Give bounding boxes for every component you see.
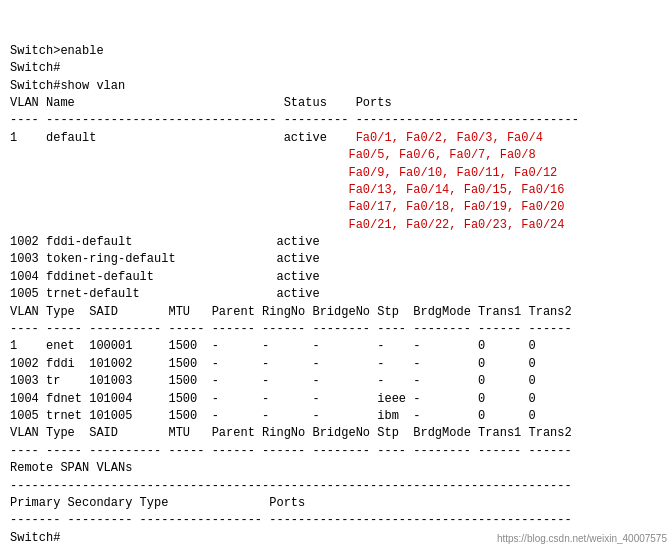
terminal-line: ---- -------------------------------- --…: [10, 112, 661, 129]
terminal-line: ---- ----- ---------- ----- ------ -----…: [10, 443, 661, 460]
terminal-line: 1004 fdnet 101004 1500 - - - ieee - 0 0: [10, 391, 661, 408]
terminal-line: ------- --------- ----------------- ----…: [10, 512, 661, 529]
terminal-line: Fa0/5, Fa0/6, Fa0/7, Fa0/8: [10, 147, 661, 164]
terminal-line: ---- ----- ---------- ----- ------ -----…: [10, 321, 661, 338]
terminal-line: Remote SPAN VLANs: [10, 460, 661, 477]
terminal-line: 1004 fddinet-default active: [10, 269, 661, 286]
terminal-line: Fa0/13, Fa0/14, Fa0/15, Fa0/16: [10, 182, 661, 199]
terminal-line: Fa0/21, Fa0/22, Fa0/23, Fa0/24: [10, 217, 661, 234]
terminal-line: VLAN Type SAID MTU Parent RingNo BridgeN…: [10, 425, 661, 442]
terminal-line: ----------------------------------------…: [10, 478, 661, 495]
terminal-line: 1005 trnet-default active: [10, 286, 661, 303]
terminal-line: 1005 trnet 101005 1500 - - - ibm - 0 0: [10, 408, 661, 425]
terminal-line: VLAN Name Status Ports: [10, 95, 661, 112]
terminal-line: Switch#show vlan: [10, 78, 661, 95]
terminal-line: Fa0/9, Fa0/10, Fa0/11, Fa0/12: [10, 165, 661, 182]
terminal-line: 1 enet 100001 1500 - - - - - 0 0: [10, 338, 661, 355]
terminal-line: Switch>enable: [10, 43, 661, 60]
terminal-line: 1003 token-ring-default active: [10, 251, 661, 268]
terminal-line: 1002 fddi 101002 1500 - - - - - 0 0: [10, 356, 661, 373]
terminal-line: 1002 fddi-default active: [10, 234, 661, 251]
terminal-output: Switch>enableSwitch#Switch#show vlanVLAN…: [10, 8, 661, 548]
terminal-line: VLAN Type SAID MTU Parent RingNo BridgeN…: [10, 304, 661, 321]
terminal-line: 1 default active Fa0/1, Fa0/2, Fa0/3, Fa…: [10, 130, 661, 147]
watermark: https://blog.csdn.net/weixin_40007575: [497, 533, 667, 544]
terminal-line: Switch#: [10, 60, 661, 77]
terminal-line: Fa0/17, Fa0/18, Fa0/19, Fa0/20: [10, 199, 661, 216]
terminal-line: Primary Secondary Type Ports: [10, 495, 661, 512]
terminal-line: 1003 tr 101003 1500 - - - - - 0 0: [10, 373, 661, 390]
